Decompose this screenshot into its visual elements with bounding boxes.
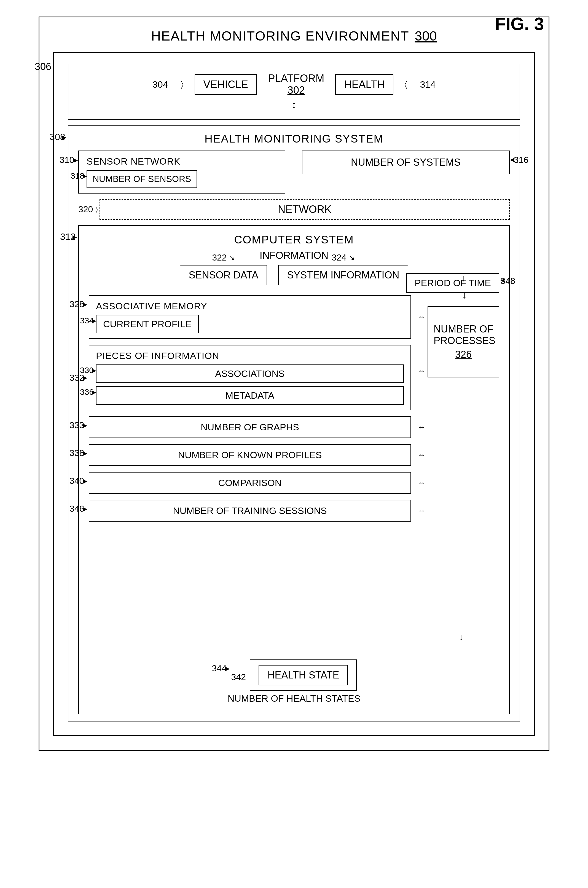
hms-box: 308 ► HEALTH MONITORING SYSTEM 310 ► SEN… <box>68 126 520 722</box>
platform-down-arrow: ↕ <box>80 99 508 111</box>
num-health-states-label: NUMBER OF HEALTH STATES <box>228 693 361 704</box>
network-box: NETWORK <box>99 199 510 220</box>
comparison-bi-arrow: ↔ <box>418 478 425 488</box>
platform-label-group: PLATFORM 302 <box>268 72 324 96</box>
assoc-memory-box: ASSOCIATIVE MEMORY 334 ► CURRENT PROFILE… <box>89 295 411 339</box>
ref-322-row: 322 ↘ <box>212 252 235 263</box>
platform-arrow-left: 〉 <box>181 80 184 89</box>
network-row: 320 〉 NETWORK <box>78 199 510 220</box>
sensor-data-box: SENSOR DATA <box>180 265 267 285</box>
training-bi-arrow: ↔ <box>418 507 425 515</box>
num-known-profiles-box: NUMBER OF KNOWN PROFILES ↔ <box>89 444 411 466</box>
sys-info-box: SYSTEM INFORMATION <box>278 265 408 285</box>
process-to-health-arrow: ↓ <box>459 632 464 642</box>
assoc-bi-arrow: ↔ <box>418 313 425 321</box>
sensor-data-group: 322 ↘ SENSOR DATA <box>180 252 267 285</box>
num-sensors-group: 318 ► NUMBER OF SENSORS <box>87 170 197 188</box>
health-state-outer-group: 344 ► 342 HEALTH STATE <box>231 660 357 691</box>
ref-314: 314 <box>420 79 435 90</box>
num-sensors-box: NUMBER OF SENSORS <box>87 170 197 188</box>
num-known-profiles-group: 338 ► NUMBER OF KNOWN PROFILES ↔ <box>89 444 411 466</box>
pieces-info-label: PIECES OF INFORMATION <box>96 350 404 361</box>
cs-box: 312 ► COMPUTER SYSTEM 322 ↘ SENSOR DATA <box>78 225 510 714</box>
comparison-box: COMPARISON ↔ <box>89 472 411 494</box>
sensor-network-box: 310 ► SENSOR NETWORK 318 ► NUMBER OF SEN… <box>78 150 285 194</box>
period-label: PERIOD OF TIME <box>415 278 491 288</box>
ref-324-row: 324 ↘ <box>332 252 354 263</box>
num-graphs-box: NUMBER OF GRAPHS ↔ <box>89 416 411 438</box>
metadata-group: 336 ► METADATA <box>96 386 404 405</box>
pieces-info-group: 332 ► PIECES OF INFORMATION 330 ► ASSOCI… <box>89 345 411 410</box>
num-training-box: NUMBER OF TRAINING SESSIONS ↔ <box>89 500 411 522</box>
current-profile-box: CURRENT PROFILE <box>96 315 199 333</box>
hms-label: HEALTH MONITORING SYSTEM <box>78 133 510 145</box>
main-content-area: 348 ► PERIOD OF TIME ↓ 328 ► <box>89 295 499 522</box>
platform-row: 304 〉 VEHICLE PLATFORM 302 HEALTH 〈 31 <box>80 72 508 96</box>
hms-arrow: ► <box>61 133 68 142</box>
env-label: HEALTH MONITORING ENVIRONMENT <box>151 28 409 44</box>
assoc-memory-group: 328 ► ASSOCIATIVE MEMORY 334 ► CURRENT P… <box>89 295 411 339</box>
assoc-memory-label: ASSOCIATIVE MEMORY <box>96 301 404 312</box>
vehicle-box: VEHICLE <box>195 74 257 95</box>
assoc-bi-arrow2: ↔ <box>418 367 425 375</box>
health-state-section: ↓ 344 ► 342 HEALTH STATE NUMBER OF HEALT… <box>89 660 499 704</box>
ref-306: 306 <box>35 61 51 72</box>
system-info-group: 324 ↘ SYSTEM INFORMATION <box>278 252 408 285</box>
comparison-group: 340 ► COMPARISON ↔ <box>89 472 411 494</box>
pieces-info-box: PIECES OF INFORMATION 330 ► ASSOCIATIONS <box>89 345 411 410</box>
platform-arrow-right: 〈 <box>404 80 407 89</box>
ref-324: 324 <box>332 252 346 263</box>
ref-342: 342 <box>231 672 246 682</box>
cs-label: COMPUTER SYSTEM <box>89 234 499 246</box>
associations-group: 330 ► ASSOCIATIONS <box>96 364 404 383</box>
env-title-row: HEALTH MONITORING ENVIRONMENT 300 <box>53 28 535 44</box>
sensor-network-label: SENSOR NETWORK <box>87 156 277 167</box>
health-state-box: HEALTH STATE <box>259 665 348 686</box>
processes-label: NUMBER OF PROCESSES <box>434 323 495 346</box>
main-diagram-box: 306 304 〉 VEHICLE PLATFORM 302 <box>53 52 535 736</box>
hms-inner-row: 310 ► SENSOR NETWORK 318 ► NUMBER OF SEN… <box>78 150 510 194</box>
processes-box: NUMBER OF PROCESSES 326 <box>428 306 499 377</box>
num-training-group: 346 ► NUMBER OF TRAINING SESSIONS ↔ <box>89 500 411 522</box>
platform-section: 304 〉 VEHICLE PLATFORM 302 HEALTH 〈 31 <box>68 64 520 120</box>
env-number: 300 <box>415 28 437 44</box>
health-box: HEALTH <box>335 74 393 95</box>
environment-box: HEALTH MONITORING ENVIRONMENT 300 306 30… <box>39 16 549 751</box>
num-systems-label: NUMBER OF SYSTEMS <box>351 157 460 168</box>
graphs-bi-arrow: ↔ <box>418 423 425 432</box>
current-profile-group: 334 ► CURRENT PROFILE <box>96 315 199 333</box>
profiles-bi-arrow: ↔ <box>418 451 425 460</box>
num-graphs-group: 333 ► NUMBER OF GRAPHS ↔ <box>89 416 411 438</box>
network-dashed-arrow: 〉 <box>96 206 98 213</box>
ref-316: 316 <box>514 155 528 165</box>
num-systems-box: 316 ► NUMBER OF SYSTEMS <box>302 150 510 174</box>
left-components: 348 ► PERIOD OF TIME ↓ 328 ► <box>89 295 428 522</box>
period-of-time-box: 348 ► PERIOD OF TIME <box>406 273 499 293</box>
health-state-outer-box: HEALTH STATE <box>250 660 357 691</box>
processes-number: 326 <box>434 349 493 360</box>
metadata-box: METADATA <box>96 386 404 405</box>
period-down-arrow: ↓ <box>462 290 467 300</box>
ref-320: 320 <box>78 204 93 214</box>
platform-label: PLATFORM <box>268 72 324 84</box>
ref-322: 322 <box>212 252 226 263</box>
ref-304: 304 <box>153 79 168 90</box>
associations-box: ASSOCIATIONS <box>96 364 404 383</box>
platform-number: 302 <box>288 84 305 96</box>
